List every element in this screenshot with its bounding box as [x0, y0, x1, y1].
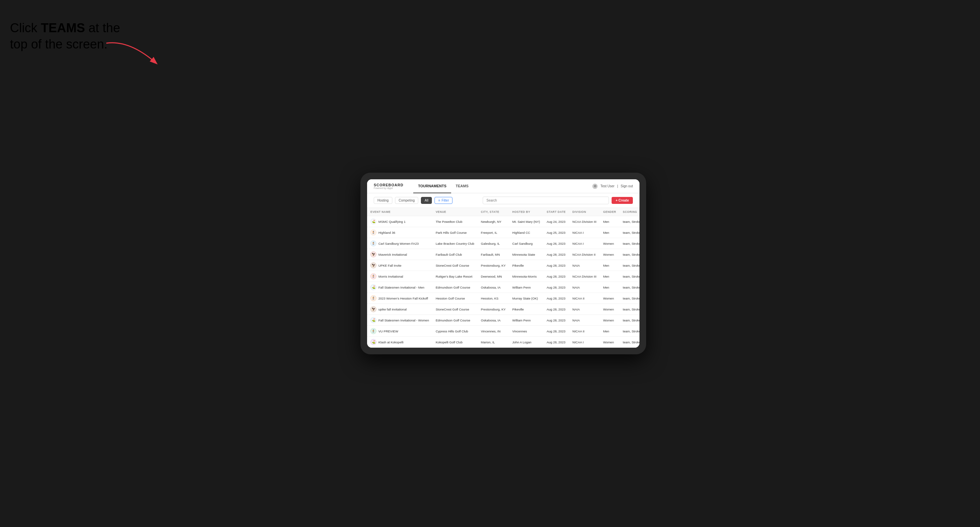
- cell-gender: Women: [600, 337, 619, 348]
- cell-division: NAIA: [569, 260, 600, 271]
- cell-city-state: Oskaloosa, IA: [478, 315, 509, 326]
- cell-gender: Women: [600, 293, 619, 304]
- cell-event-name: ⛳ Klash at Kokopelli: [367, 337, 432, 348]
- cell-hosted-by: William Penn: [509, 282, 543, 293]
- cell-start-date: Aug 26, 2023: [543, 238, 569, 249]
- cell-start-date: Aug 28, 2023: [543, 304, 569, 315]
- cell-event-name: 🦅 upike fall invitational: [367, 304, 432, 315]
- cell-scoring: team, Stroke Play: [620, 337, 640, 348]
- cell-hosted-by: Minnesota State: [509, 249, 543, 260]
- logo-sub: Powered by clippd: [374, 187, 403, 189]
- event-name-label: Fall Statesmen Invitational - Men: [379, 286, 424, 289]
- event-name-label: Carl Sandburg Women FA23: [379, 242, 418, 245]
- cell-venue: StoneCrest Golf Course: [432, 304, 477, 315]
- cell-venue: Kokopelli Golf Club: [432, 337, 477, 348]
- cell-venue: Hesston Golf Course: [432, 293, 477, 304]
- cell-city-state: Deerwood, MN: [478, 271, 509, 282]
- event-name-label: UPKE Fall Invite: [379, 264, 401, 267]
- cell-division: NCAA Division II: [569, 249, 600, 260]
- cell-venue: Cypress Hills Golf Club: [432, 326, 477, 337]
- cell-venue: Lake Bracken Country Club: [432, 238, 477, 249]
- cell-start-date: Aug 28, 2023: [543, 282, 569, 293]
- cell-city-state: Marion, IL: [478, 337, 509, 348]
- cell-venue: Faribault Golf Club: [432, 249, 477, 260]
- cell-hosted-by: Pikeville: [509, 304, 543, 315]
- cell-hosted-by: John A Logan: [509, 337, 543, 348]
- cell-event-name: ⛳ Fall Statesmen Invitational - Women: [367, 315, 432, 326]
- cell-scoring: team, Stroke Play: [620, 282, 640, 293]
- event-name-label: MSMC Qualifying 1: [379, 220, 406, 224]
- table-row: ⛳ Fall Statesmen Invitational - Men Edmu…: [367, 282, 640, 293]
- cell-hosted-by: Mt. Saint Mary (NY): [509, 216, 543, 227]
- cell-gender: Women: [600, 238, 619, 249]
- event-icon: 🦅: [371, 306, 376, 312]
- cell-start-date: Aug 28, 2023: [543, 271, 569, 282]
- cell-division: NICAA II: [569, 326, 600, 337]
- event-icon: 🦅: [371, 262, 376, 268]
- event-name-label: Morris Invitational: [379, 275, 403, 278]
- cell-gender: Men: [600, 260, 619, 271]
- filter-label: Filter: [442, 198, 449, 202]
- event-name-label: 2023 Women's Hesston Fall Kickoff: [379, 297, 428, 300]
- cell-venue: Edmundson Golf Course: [432, 282, 477, 293]
- cell-hosted-by: Minnesota-Morris: [509, 271, 543, 282]
- cell-gender: Men: [600, 227, 619, 238]
- cell-city-state: Oskaloosa, IA: [478, 282, 509, 293]
- cell-hosted-by: Carl Sandburg: [509, 238, 543, 249]
- cell-start-date: Aug 28, 2023: [543, 293, 569, 304]
- event-icon: ⛳: [371, 284, 376, 290]
- cell-venue: The Powelton Club: [432, 216, 477, 227]
- cell-event-name: 🦅 Maverick Invitational: [367, 249, 432, 260]
- cell-scoring: team, Stroke Play: [620, 315, 640, 326]
- all-button[interactable]: All: [421, 197, 432, 204]
- cell-scoring: team, Stroke Play: [620, 260, 640, 271]
- hosting-button[interactable]: Hosting: [374, 197, 392, 204]
- event-icon: ⛳: [371, 339, 376, 345]
- search-input[interactable]: [483, 197, 609, 204]
- instruction-text: Click TEAMS at thetop of the screen.: [10, 20, 120, 53]
- table-header: EVENT NAME VENUE CITY, STATE HOSTED BY S…: [367, 208, 640, 216]
- col-division: DIVISION: [569, 208, 600, 216]
- cell-division: NICAA II: [569, 293, 600, 304]
- cell-hosted-by: Highland CC: [509, 227, 543, 238]
- event-icon: 🏌: [371, 229, 376, 235]
- event-icon: 🦅: [371, 251, 376, 257]
- table-row: ⛳ Klash at Kokopelli Kokopelli Golf Club…: [367, 337, 640, 348]
- cell-hosted-by: Murray State (OK): [509, 293, 543, 304]
- gear-icon[interactable]: ⚙: [592, 184, 598, 189]
- search-box: [483, 197, 609, 204]
- col-gender: GENDER: [600, 208, 619, 216]
- cell-gender: Men: [600, 271, 619, 282]
- nav-teams[interactable]: TEAMS: [451, 179, 473, 193]
- tournaments-table: EVENT NAME VENUE CITY, STATE HOSTED BY S…: [367, 208, 640, 348]
- cell-event-name: ⛳ MSMC Qualifying 1: [367, 216, 432, 227]
- cell-scoring: team, Stroke Play: [620, 293, 640, 304]
- nav-tournaments[interactable]: TOURNAMENTS: [413, 179, 451, 193]
- event-name-label: Maverick Invitational: [379, 253, 407, 256]
- nav-separator: |: [617, 184, 618, 188]
- cell-gender: Women: [600, 315, 619, 326]
- cell-event-name: 🏌 VU PREVIEW: [367, 326, 432, 337]
- table-row: 🏌 Highland 36 Park Hills Golf CourseFree…: [367, 227, 640, 238]
- cell-city-state: Galesburg, IL: [478, 238, 509, 249]
- cell-division: NICAA I: [569, 238, 600, 249]
- cell-city-state: Freeport, IL: [478, 227, 509, 238]
- cell-scoring: team, Stroke Play: [620, 238, 640, 249]
- col-scoring: SCORING: [620, 208, 640, 216]
- filter-icon: ≡: [438, 198, 440, 202]
- cell-city-state: Faribault, MN: [478, 249, 509, 260]
- create-button[interactable]: + Create: [612, 197, 633, 204]
- nav-bar: SCOREBOARD Powered by clippd TOURNAMENTS…: [367, 179, 640, 193]
- cell-hosted-by: Pikeville: [509, 260, 543, 271]
- cell-venue: StoneCrest Golf Course: [432, 260, 477, 271]
- col-start-date: START DATE: [543, 208, 569, 216]
- cell-division: NAIA: [569, 282, 600, 293]
- nav-signout[interactable]: Sign out: [620, 184, 633, 188]
- event-icon: 🏌: [371, 240, 376, 246]
- cell-hosted-by: William Penn: [509, 315, 543, 326]
- cell-scoring: team, Stroke Play: [620, 249, 640, 260]
- cell-gender: Men: [600, 326, 619, 337]
- competing-button[interactable]: Competing: [395, 197, 418, 204]
- filter-button[interactable]: ≡ Filter: [434, 197, 452, 204]
- toolbar: Hosting Competing All ≡ Filter + Create: [367, 193, 640, 208]
